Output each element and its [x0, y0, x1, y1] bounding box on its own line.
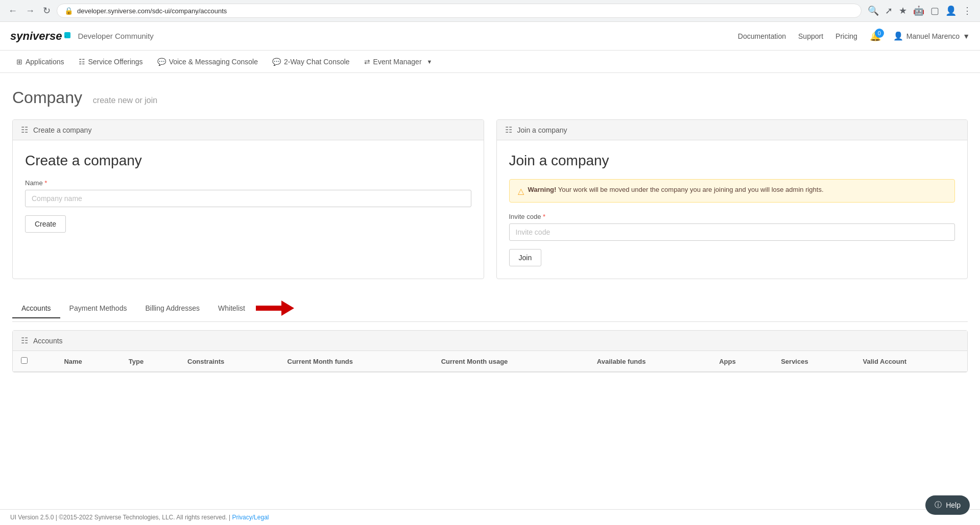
- invite-code-input[interactable]: [509, 223, 955, 241]
- tab-payment-methods[interactable]: Payment Methods: [60, 299, 136, 318]
- user-icon: 👤: [893, 31, 903, 41]
- create-card-header: ☷ Create a company: [13, 120, 484, 140]
- col-type: Type: [121, 351, 179, 372]
- event-manager-dropdown-icon: ▼: [427, 59, 433, 65]
- col-name: Name: [56, 351, 120, 372]
- warning-box: △ Warning! Your work will be moved under…: [509, 179, 955, 203]
- page-title-main: Company: [12, 88, 82, 107]
- nav-voice-messaging-label: Voice & Messaging Console: [169, 58, 258, 66]
- nav-applications-label: Applications: [26, 58, 64, 66]
- join-card-title: Join a company: [509, 153, 955, 169]
- col-apps: Apps: [711, 351, 773, 372]
- cards-row: ☷ Create a company Create a company Name…: [12, 119, 968, 279]
- syniverse-logo[interactable]: syniverse .: [10, 30, 70, 43]
- table-wrap: Name Type Constraints Current Month fund…: [13, 351, 967, 372]
- logo-dot: .: [64, 32, 70, 38]
- tab-whitelist[interactable]: Whitelist: [209, 295, 303, 322]
- user-name: Manuel Marenco: [906, 32, 960, 40]
- applications-icon: ⊞: [16, 58, 22, 66]
- nav-event-manager-label: Event Manager: [373, 58, 422, 66]
- nav-service-offerings[interactable]: ☷ Service Offerings: [73, 51, 149, 73]
- invite-code-label: Invite code *: [509, 213, 955, 220]
- nav-voice-messaging[interactable]: 💬 Voice & Messaging Console: [151, 51, 264, 73]
- user-menu[interactable]: 👤 Manuel Marenco ▼: [893, 31, 970, 41]
- select-all-checkbox[interactable]: [21, 357, 28, 364]
- top-nav: ⊞ Applications ☷ Service Offerings 💬 Voi…: [0, 51, 980, 73]
- accounts-table-section: ☷ Accounts Name Type Constraints Current…: [12, 330, 968, 372]
- create-card-body: Create a company Name * Create: [13, 140, 484, 245]
- notification-badge: 0: [875, 29, 884, 38]
- name-label: Name *: [25, 179, 471, 187]
- table-header: ☷ Accounts: [13, 331, 967, 351]
- pricing-link[interactable]: Pricing: [835, 32, 857, 40]
- profile-btn[interactable]: 👤: [943, 3, 959, 18]
- create-card-header-label: Create a company: [33, 126, 91, 134]
- join-card-header-label: Join a company: [517, 126, 567, 134]
- notification-area[interactable]: 🔔 0: [870, 31, 881, 42]
- tabs-section: Accounts Payment Methods Billing Address…: [12, 295, 968, 372]
- nav-event-manager[interactable]: ⇄ Event Manager ▼: [358, 51, 439, 73]
- create-button[interactable]: Create: [25, 215, 66, 233]
- table-header-label: Accounts: [33, 337, 63, 345]
- reload-button[interactable]: ↻: [41, 3, 53, 18]
- tab-accounts[interactable]: Accounts: [12, 299, 60, 318]
- extensions-btn[interactable]: 🤖: [911, 3, 926, 18]
- support-link[interactable]: Support: [798, 32, 823, 40]
- nav-applications[interactable]: ⊞ Applications: [10, 51, 70, 73]
- share-btn[interactable]: ➚: [883, 3, 895, 18]
- voice-messaging-icon: 💬: [157, 58, 166, 66]
- app-header: syniverse . Developer Community Document…: [0, 22, 980, 51]
- col-services: Services: [773, 351, 854, 372]
- user-dropdown-icon: ▼: [963, 32, 970, 40]
- join-card-header: ☷ Join a company: [497, 120, 968, 140]
- search-browser-btn[interactable]: 🔍: [866, 3, 881, 18]
- page-title: Company create new or join: [12, 88, 968, 107]
- main-content: Company create new or join ☷ Create a co…: [0, 73, 980, 413]
- documentation-link[interactable]: Documentation: [738, 32, 786, 40]
- more-btn[interactable]: ⋮: [961, 3, 974, 18]
- forward-button[interactable]: →: [23, 4, 37, 18]
- url-text: developer.syniverse.com/sdc-ui/company/a…: [77, 7, 854, 15]
- invite-code-field-group: Invite code *: [509, 213, 955, 241]
- event-manager-icon: ⇄: [364, 58, 370, 66]
- nav-service-offerings-label: Service Offerings: [88, 58, 143, 66]
- col-valid-account: Valid Account: [855, 351, 967, 372]
- name-field-group: Name *: [25, 179, 471, 207]
- warning-icon: △: [518, 186, 524, 196]
- lock-icon: 🔒: [64, 7, 73, 15]
- header-nav: Documentation Support Pricing 🔔 0 👤 Manu…: [738, 31, 970, 42]
- nav-two-way-chat-label: 2-Way Chat Console: [284, 58, 350, 66]
- create-card-title: Create a company: [25, 153, 471, 169]
- col-available-funds: Available funds: [589, 351, 711, 372]
- col-constraints: Constraints: [179, 351, 279, 372]
- logo-s-text: syniverse: [10, 30, 62, 42]
- service-offerings-icon: ☷: [79, 58, 85, 66]
- two-way-chat-icon: 💬: [272, 58, 281, 66]
- logo-area: syniverse . Developer Community: [10, 30, 154, 43]
- join-button[interactable]: Join: [509, 249, 542, 266]
- accounts-table: Name Type Constraints Current Month fund…: [13, 351, 967, 372]
- join-card-header-icon: ☷: [505, 125, 512, 135]
- address-bar[interactable]: 🔒 developer.syniverse.com/sdc-ui/company…: [57, 4, 862, 18]
- warning-text: Warning! Your work will be moved under t…: [528, 186, 824, 193]
- back-button[interactable]: ←: [6, 4, 19, 18]
- table-header-row: Name Type Constraints Current Month fund…: [13, 351, 967, 372]
- col-checkbox: [13, 351, 56, 372]
- col-current-month-usage: Current Month usage: [433, 351, 589, 372]
- warning-message: Your work will be moved under the compan…: [558, 186, 824, 193]
- col-current-month-funds: Current Month funds: [279, 351, 433, 372]
- nav-two-way-chat[interactable]: 💬 2-Way Chat Console: [266, 51, 356, 73]
- join-company-card: ☷ Join a company Join a company △ Warnin…: [496, 119, 968, 279]
- table-header-icon: ☷: [21, 336, 28, 345]
- join-card-body: Join a company △ Warning! Your work will…: [497, 140, 968, 279]
- whitelist-arrow-annotation: [253, 301, 294, 316]
- red-arrow-svg: [253, 301, 294, 316]
- browser-chrome: ← → ↻ 🔒 developer.syniverse.com/sdc-ui/c…: [0, 0, 980, 22]
- tabs-bar: Accounts Payment Methods Billing Address…: [12, 295, 968, 322]
- table-head: Name Type Constraints Current Month fund…: [13, 351, 967, 372]
- tab-menu-btn[interactable]: ▢: [928, 3, 941, 18]
- tab-billing-addresses[interactable]: Billing Addresses: [136, 299, 209, 318]
- company-name-input[interactable]: [25, 190, 471, 207]
- bookmark-btn[interactable]: ★: [897, 3, 909, 18]
- svg-marker-0: [256, 301, 294, 316]
